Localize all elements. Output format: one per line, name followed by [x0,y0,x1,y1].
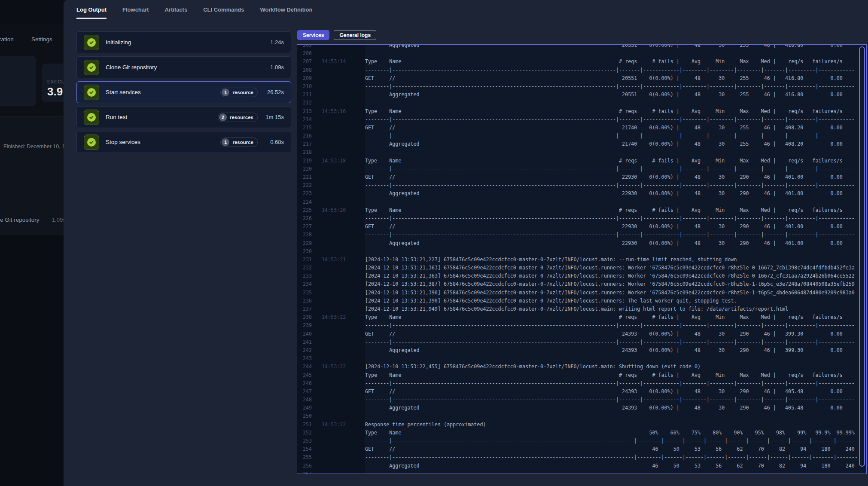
run-tab-label: Artifacts [164,6,187,13]
log-line-number: 214 [297,116,322,124]
log-line: 220 --------|---------------------------… [297,165,857,173]
log-line-timestamp: 14:53:14 [322,58,365,66]
step-label: Clone Git repository [106,64,157,70]
log-line-number: 243 [297,355,322,363]
log-line-text: Type Name # reqs # fails | Avg Min Max M… [365,107,843,116]
log-line: 209 GET // 20551 0(0.00%) | 48 30 255 46… [297,74,857,83]
log-line-timestamp [322,91,365,99]
log-line: 235 [2024-12-10 13:53:21,390] 6758476c5c… [297,289,857,297]
run-tab[interactable]: Artifacts [164,0,187,19]
log-line: 231 14:53:21 [2024-12-10 13:53:21,227] 6… [297,256,857,264]
log-line: 240 GET // 24393 0(0.00%) | 48 30 290 46… [297,330,857,338]
success-check-icon [84,60,99,75]
log-line-timestamp [322,289,365,297]
log-line: 205 Aggregated 20551 0(0.00%) | 48 30 25… [297,44,857,49]
log-line: 241 --------|---------------------------… [297,338,857,346]
run-tab[interactable]: Flowchart [122,0,149,19]
log-line: 218 [297,148,857,156]
log-line: 207 14:53:14 Type Name # reqs # fails | … [297,58,857,66]
step-duration: 26.52s [264,89,284,95]
resource-badge: 2 resources [218,113,258,122]
log-line-timestamp [322,330,365,338]
log-line-text: [2024-12-10 13:53:21,363] 6758476c5c09e4… [365,264,855,272]
log-line: 219 14:53:18 Type Name # reqs # fails | … [297,157,857,165]
resource-count: 2 [219,113,227,121]
step-card[interactable]: Run test 2 resources 1m 15s [76,106,291,128]
log-line-timestamp [322,462,365,470]
log-line: 251 14:53:22 Response time percentiles (… [297,421,857,429]
log-line-timestamp [322,231,365,239]
run-tab-label: CLI Commands [203,6,244,13]
log-line-number: 251 [297,421,322,429]
log-line-number: 244 [297,363,322,371]
success-check-icon [84,35,99,50]
services-button[interactable]: Services [297,30,329,40]
general-logs-button[interactable]: General logs [334,30,376,40]
log-line: 208 --------|---------------------------… [297,66,857,74]
run-tab[interactable]: Log Output [76,0,107,19]
log-line-number: 220 [297,165,322,173]
log-line-timestamp [322,214,365,223]
log-line-number: 253 [297,437,322,445]
run-tab[interactable]: Workflow Definition [260,0,313,19]
log-line-timestamp [322,124,365,132]
log-line: 243 [297,355,857,363]
log-line-timestamp [322,248,365,256]
log-line-number: 228 [297,231,322,239]
run-tab[interactable]: CLI Commands [203,0,244,19]
log-line: 246 --------|---------------------------… [297,379,857,388]
background-footer-strip [0,235,64,486]
log-line: 229 Aggregated 22930 0(0.00%) | 48 30 29… [297,239,857,248]
resource-badge-label: resource [232,90,253,95]
run-tab-label: Workflow Definition [260,6,313,13]
log-line-timestamp [322,74,365,83]
log-line-text: [2024-12-10 13:53:22,455] 6758476c5c09e4… [365,363,700,371]
step-card[interactable]: Initializing 1.24s [76,31,291,53]
log-line-timestamp [322,148,365,156]
log-line-timestamp [322,132,365,140]
log-line: 238 14:53:22 Type Name # reqs # fails | … [297,313,857,321]
execution-card-value: 3.9 [47,85,63,98]
step-card[interactable]: Clone Git repository 1.09s [76,56,291,78]
log-line-text: Type Name # reqs # fails | Avg Min Max M… [365,313,843,321]
log-line-timestamp: 14:53:20 [322,206,365,214]
log-line-number: 211 [297,91,322,99]
log-line-number: 209 [297,74,322,83]
log-line-text: [2024-12-10 13:53:21,949] 6758476c5c09e4… [365,305,788,313]
log-line-timestamp [322,99,365,107]
log-line-timestamp [322,66,365,74]
log-line-number: 247 [297,388,322,396]
step-list: Initializing 1.24s Clone Git reposi [76,31,291,156]
log-line-text: --------|-------------------------------… [365,132,855,140]
log-line-timestamp [322,470,365,474]
log-line: 252 Type Name 50% 66% 75% 80% 90% 95% 98… [297,429,857,437]
log-line-timestamp: 14:53:22 [322,363,365,371]
log-line: 223 Aggregated 22930 0(0.00%) | 48 30 29… [297,190,857,198]
log-line-number: 217 [297,140,322,148]
log-line-timestamp [322,321,365,330]
nav-item-settings: Settings [31,36,52,43]
log-line-text: Type Name # reqs # fails | Avg Min Max M… [365,371,843,379]
step-card[interactable]: Stop services 1 resource 0.68s [76,131,291,153]
log-line: 210 --------|---------------------------… [297,83,857,91]
log-line-timestamp [322,297,365,305]
log-line: 222 --------|---------------------------… [297,181,857,190]
log-line-text: Aggregated 22930 0(0.00%) | 48 30 290 46… [365,239,843,248]
step-card[interactable]: Start services 1 resource 26.52s [76,81,291,103]
log-scrollbar-thumb[interactable] [859,46,865,467]
log-line-timestamp [322,173,365,181]
log-viewer[interactable]: 205 Aggregated 20551 0(0.00%) | 48 30 25… [297,44,867,474]
resource-badge-label: resource [232,140,253,145]
log-line-text: --------|-------------------------------… [365,338,855,346]
log-line-number: 221 [297,173,322,181]
log-line: 253 --------|---------------------------… [297,437,857,445]
log-line-timestamp: 14:53:22 [322,421,365,429]
log-line-text: Aggregated 24393 0(0.00%) | 48 30 290 46… [365,404,843,412]
success-check-icon [84,110,99,125]
resource-count: 1 [222,138,229,146]
log-line-text: Type Name # reqs # fails | Avg Min Max M… [365,157,843,165]
log-line-number: 225 [297,206,322,214]
log-line: 206 [297,49,857,58]
log-line-text: GET // 21740 0(0.00%) | 48 30 255 46 | 4… [365,124,843,132]
log-line: 213 14:53:16 Type Name # reqs # fails | … [297,107,857,116]
